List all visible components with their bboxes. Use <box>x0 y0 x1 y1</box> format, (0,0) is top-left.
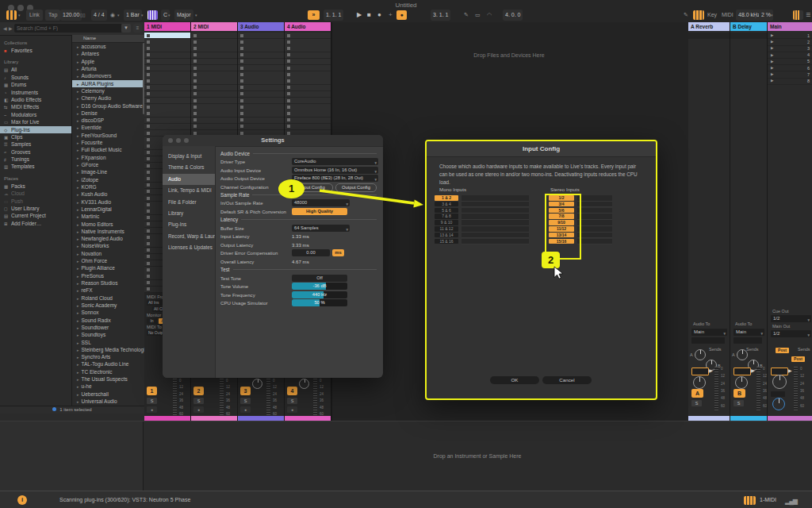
main-track-header[interactable]: Main <box>768 22 812 31</box>
plugin-folder-eventide[interactable]: ▸Eventide <box>72 124 145 131</box>
clip-stop-icon[interactable] <box>240 73 243 76</box>
plugin-folder-sound-radix[interactable]: ▸Sound Radix <box>72 317 145 324</box>
clip-slot[interactable] <box>144 78 190 84</box>
clip-slot[interactable] <box>285 110 331 117</box>
clip-slot[interactable] <box>144 71 190 78</box>
setting-slider-cpu-usage-simulator[interactable]: 50 % <box>292 299 347 306</box>
settings-tab-link-tempo-midi[interactable]: Link, Tempo & MIDI <box>163 185 215 196</box>
groove-icon[interactable]: ◉ <box>110 10 115 21</box>
sidebar-item-clips[interactable]: ▣Clips <box>0 133 71 140</box>
clip-slot[interactable] <box>285 104 331 110</box>
clip-stop-icon[interactable] <box>147 73 150 76</box>
clip-stop-icon[interactable] <box>240 106 243 109</box>
expand-arrow-icon[interactable]: ▸ <box>77 237 79 241</box>
track-activator-1[interactable]: 1 <box>147 387 157 395</box>
clip-stop-icon[interactable] <box>147 262 150 265</box>
clip-stop-icon[interactable] <box>147 118 150 121</box>
solo-button[interactable]: S <box>240 398 251 404</box>
expand-arrow-icon[interactable]: ▸ <box>77 296 79 301</box>
return-activator-b[interactable]: B <box>733 389 745 398</box>
send-a-post-toggle[interactable]: Post <box>776 348 789 353</box>
clip-slot[interactable] <box>144 85 190 91</box>
plugin-folder-izotope[interactable]: ▸iZotope <box>72 176 145 183</box>
sidebar-item-midi-effects[interactable]: ⇆MIDI Effects <box>0 103 71 110</box>
expand-arrow-icon[interactable]: ▸ <box>77 111 79 116</box>
scene-row-1[interactable]: ▶1 <box>768 33 812 39</box>
sidebar-item-packs[interactable]: ▦Packs <box>0 183 71 190</box>
plugin-folder-kv331-audio[interactable]: ▸KV331 Audio <box>72 198 145 206</box>
clip-slot[interactable] <box>285 91 331 98</box>
clip-slot[interactable] <box>285 45 331 52</box>
clip-view-toggle-icon[interactable] <box>6 10 17 20</box>
solo-button[interactable]: S <box>193 398 204 404</box>
clip-stop-icon[interactable] <box>287 53 290 56</box>
plugin-folder-soundtower[interactable]: ▸Soundtower <box>72 324 145 331</box>
clip-slot[interactable] <box>238 104 284 110</box>
scene-row-6[interactable]: ▶6 <box>768 65 812 71</box>
clip-stop-icon[interactable] <box>147 236 150 239</box>
setting-field-test-tone[interactable]: Off <box>292 275 347 282</box>
plugin-folder-focusrite[interactable]: ▸Focusrite <box>72 139 145 146</box>
clip-stop-icon[interactable] <box>147 138 150 141</box>
clip-stop-icon[interactable] <box>147 53 150 56</box>
clip-slot[interactable] <box>191 39 237 45</box>
loop-length-field[interactable]: 4. 0. 0 <box>503 10 523 21</box>
sidebar-item-max-for-live[interactable]: ▭Max for Live <box>0 118 71 125</box>
setting-select-in-out-sample-rate[interactable]: 48000▾ <box>292 199 350 206</box>
clip-stop-icon[interactable] <box>193 118 197 121</box>
mono-input-9-10[interactable]: 9 & 10 <box>435 220 458 225</box>
expand-arrow-icon[interactable]: ▸ <box>77 74 79 79</box>
clip-slot[interactable] <box>191 78 237 84</box>
arm-record-button[interactable]: ● <box>147 406 157 413</box>
plugin-folder-d16-group-audio-software[interactable]: ▸D16 Group Audio Software <box>72 102 145 110</box>
browser-options-icon[interactable]: ≡ <box>133 24 142 33</box>
clip-stop-icon[interactable] <box>193 34 197 37</box>
clip-slot[interactable] <box>238 85 284 91</box>
mono-input-3-4[interactable]: 3 & 4 <box>435 202 458 207</box>
clip-stop-icon[interactable] <box>147 47 150 50</box>
setting-slider-tone-frequency[interactable]: 440 Hz <box>292 291 347 298</box>
expand-arrow-icon[interactable]: ▸ <box>77 192 79 197</box>
chevron-down-icon[interactable]: ▾ <box>771 10 773 21</box>
clip-stop-icon[interactable] <box>147 112 150 115</box>
clip-stop-icon[interactable] <box>147 183 150 187</box>
clip-slot[interactable] <box>144 117 190 124</box>
clip-stop-icon[interactable] <box>287 34 290 37</box>
solo-button[interactable]: S <box>147 398 157 404</box>
plugin-folder-ueberschall[interactable]: ▸Ueberschall <box>72 391 145 398</box>
send-a-knob[interactable] <box>695 349 706 360</box>
clip-stop-icon[interactable] <box>287 118 290 121</box>
clip-stop-icon[interactable] <box>193 40 197 44</box>
clip-stop-icon[interactable] <box>147 40 150 44</box>
setting-select-driver-type[interactable]: CoreAudio▾ <box>292 158 378 165</box>
plugin-folder-accusonus[interactable]: ▸accusonus <box>72 43 145 50</box>
scene-launch-icon[interactable]: ▶ <box>771 72 773 76</box>
clip-slot[interactable] <box>191 104 237 110</box>
mono-input-13-14[interactable]: 13 & 14 <box>435 233 458 238</box>
expand-arrow-icon[interactable]: ▸ <box>77 274 79 279</box>
chevron-down-icon[interactable]: ▾ <box>141 10 144 21</box>
setting-toggle-default-sr-pitch-conversion[interactable]: High Quality <box>292 208 347 215</box>
clip-stop-icon[interactable] <box>193 99 197 102</box>
clip-stop-icon[interactable] <box>147 34 150 37</box>
clip-stop-icon[interactable] <box>147 197 150 200</box>
audio-to-select[interactable]: Main▾ <box>733 329 764 336</box>
metronome-icon[interactable]: ▯▯ <box>80 10 86 21</box>
clip-slot[interactable] <box>144 39 190 45</box>
clip-slot[interactable] <box>238 124 284 130</box>
scene-launch-icon[interactable]: ▶ <box>771 46 773 50</box>
clip-slot[interactable] <box>285 52 331 59</box>
plugin-folder-soundtoys[interactable]: ▸Soundtoys <box>72 331 145 338</box>
clip-stop-icon[interactable] <box>193 60 197 63</box>
expand-arrow-icon[interactable]: ▸ <box>77 310 79 315</box>
plugin-folder-cherry-audio[interactable]: ▸Cherry Audio <box>72 94 145 102</box>
expand-arrow-icon[interactable]: ▸ <box>77 60 79 64</box>
clip-stop-icon[interactable] <box>240 118 243 121</box>
volume-value-box[interactable] <box>691 368 709 375</box>
expand-arrow-icon[interactable]: ▸ <box>77 67 79 71</box>
plugin-folder-ohm-force[interactable]: ▸Ohm Force <box>72 257 145 264</box>
clip-stop-icon[interactable] <box>287 125 290 128</box>
filter-icon[interactable]: ▼ <box>121 24 131 33</box>
clip-slot[interactable] <box>238 117 284 124</box>
plugin-folder-u-he[interactable]: ▸u-he <box>72 383 145 390</box>
